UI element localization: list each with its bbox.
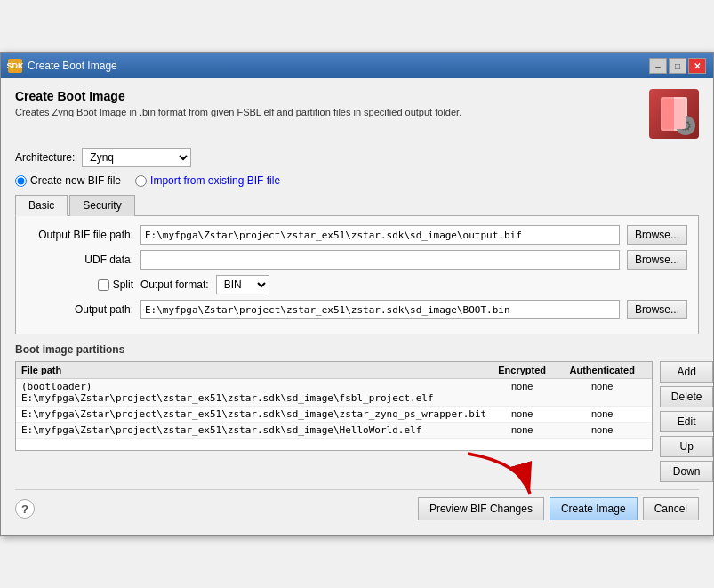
split-label: Split xyxy=(113,278,133,291)
create-image-button[interactable]: Create Image xyxy=(550,497,638,520)
output-format-select[interactable]: BIN MCS HEX xyxy=(216,275,269,294)
row-encrypted-2: none xyxy=(486,424,558,436)
edit-button[interactable]: Edit xyxy=(660,411,713,432)
header-text: Create Boot Image Creates Zynq Boot Imag… xyxy=(15,89,461,117)
partitions-section-title: Boot image partitions xyxy=(15,343,699,356)
udf-browse[interactable]: Browse... xyxy=(627,250,687,270)
row-encrypted-1: none xyxy=(486,408,558,420)
udf-row: UDF data: Browse... xyxy=(27,250,687,270)
cancel-button[interactable]: Cancel xyxy=(643,497,699,520)
output-bif-input[interactable] xyxy=(140,225,620,245)
tab-content-basic: Output BIF file path: Browse... UDF data… xyxy=(15,216,699,334)
header-section: Create Boot Image Creates Zynq Boot Imag… xyxy=(15,89,699,139)
side-buttons: Add Delete Edit Up Down xyxy=(660,361,713,482)
radio-new-bif[interactable]: Create new BIF file xyxy=(15,174,121,187)
title-bar-controls: – □ ✕ xyxy=(649,58,706,74)
row-filepath-1: E:\myfpga\Zstar\project\zstar_ex51\zstar… xyxy=(21,408,486,420)
row-filepath-0: (bootloader) E:\myfpga\Zstar\project\zst… xyxy=(21,381,486,404)
output-bif-browse[interactable]: Browse... xyxy=(627,225,687,245)
radio-row: Create new BIF file Import from existing… xyxy=(15,174,699,187)
down-button[interactable]: Down xyxy=(660,461,713,482)
partitions-table: File path Encrypted Authenticated (bootl… xyxy=(15,361,653,482)
udf-input[interactable] xyxy=(140,250,620,270)
col-header-encrypted: Encrypted xyxy=(486,365,558,375)
bottom-left: ? xyxy=(15,499,35,519)
dialog-title: Create Boot Image xyxy=(15,89,461,103)
header-icon: ⚙ xyxy=(649,89,699,139)
row-authenticated-0: none xyxy=(558,381,646,404)
output-path-browse[interactable]: Browse... xyxy=(627,300,687,319)
row-encrypted-0: none xyxy=(486,381,558,404)
preview-bif-button[interactable]: Preview BIF Changes xyxy=(418,497,544,520)
tab-basic[interactable]: Basic xyxy=(15,195,68,216)
table-row[interactable]: (bootloader) E:\myfpga\Zstar\project\zst… xyxy=(16,379,652,407)
format-row: Output format: BIN MCS HEX xyxy=(140,275,269,294)
output-path-input[interactable] xyxy=(140,300,620,319)
add-button[interactable]: Add xyxy=(660,361,713,383)
partitions-body: (bootloader) E:\myfpga\Zstar\project\zst… xyxy=(16,379,652,450)
col-header-filepath: File path xyxy=(21,365,486,375)
minimize-button[interactable]: – xyxy=(649,58,667,74)
bottom-right: Preview BIF Changes Create Image Cancel xyxy=(418,497,699,520)
architecture-select[interactable]: Zynq Zynq UltraScale+ MicroBlaze xyxy=(82,148,191,167)
tabs-container: Basic Security xyxy=(15,194,699,216)
table-row[interactable]: E:\myfpga\Zstar\project\zstar_ex51\zstar… xyxy=(16,423,652,439)
tab-security[interactable]: Security xyxy=(69,195,134,216)
col-header-authenticated: Authenticated xyxy=(558,365,646,375)
output-bif-label: Output BIF file path: xyxy=(27,229,133,241)
row-authenticated-2: none xyxy=(558,424,646,436)
row-authenticated-1: none xyxy=(558,408,646,420)
dialog-content: Create Boot Image Creates Zynq Boot Imag… xyxy=(1,78,713,535)
output-bif-row: Output BIF file path: Browse... xyxy=(27,225,687,245)
bottom-bar: ? Preview BIF Changes Create Image Cance… xyxy=(15,489,699,524)
main-window: SDK Create Boot Image – □ ✕ Create Boot … xyxy=(0,52,714,536)
dialog-description: Creates Zynq Boot Image in .bin format f… xyxy=(15,107,461,117)
split-checkbox[interactable] xyxy=(98,279,109,291)
split-format-row: Split Output format: BIN MCS HEX xyxy=(27,275,687,294)
architecture-row: Architecture: Zynq Zynq UltraScale+ Micr… xyxy=(15,148,699,167)
help-button[interactable]: ? xyxy=(15,499,35,519)
partitions-section: File path Encrypted Authenticated (bootl… xyxy=(15,361,699,482)
title-bar-left: SDK Create Boot Image xyxy=(8,59,117,73)
window-title: Create Boot Image xyxy=(28,60,117,72)
table-row[interactable]: E:\myfpga\Zstar\project\zstar_ex51\zstar… xyxy=(16,407,652,423)
partitions-header: File path Encrypted Authenticated xyxy=(16,362,652,379)
radio-import-bif[interactable]: Import from existing BIF file xyxy=(135,174,280,187)
output-path-label: Output path: xyxy=(27,303,133,316)
up-button[interactable]: Up xyxy=(660,436,713,457)
title-bar: SDK Create Boot Image – □ ✕ xyxy=(1,53,713,78)
udf-label: UDF data: xyxy=(27,254,133,266)
close-button[interactable]: ✕ xyxy=(688,58,706,74)
maximize-button[interactable]: □ xyxy=(669,58,686,74)
delete-button[interactable]: Delete xyxy=(660,386,713,407)
import-bif-link[interactable]: Import from existing BIF file xyxy=(150,174,280,187)
partitions-container: File path Encrypted Authenticated (bootl… xyxy=(15,361,653,451)
architecture-label: Architecture: xyxy=(15,151,75,164)
output-path-row: Output path: Browse... xyxy=(27,300,687,319)
app-icon: SDK xyxy=(8,59,22,73)
row-filepath-2: E:\myfpga\Zstar\project\zstar_ex51\zstar… xyxy=(21,424,486,436)
output-format-label: Output format: xyxy=(140,278,209,291)
